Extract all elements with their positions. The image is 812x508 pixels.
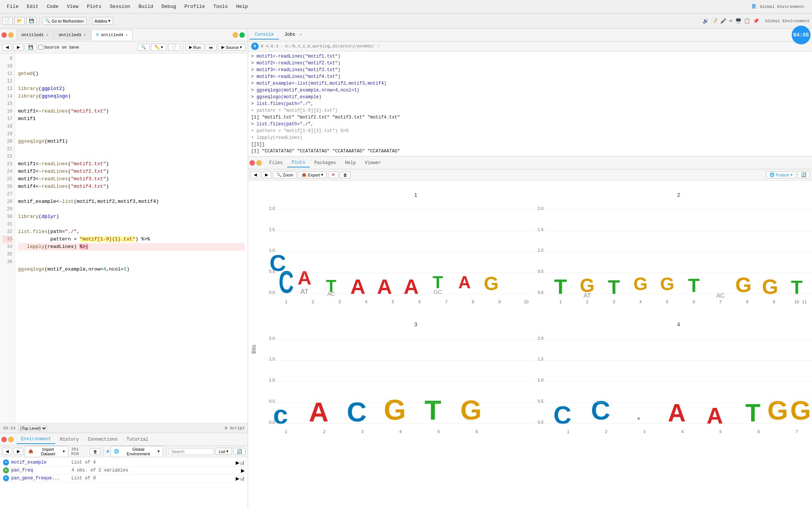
menu-plots[interactable]: Plots <box>83 2 105 11</box>
seqlogo-svg: Bits 1 2.0 1.5 1.0 0.5 0.0 1 2 3 4 5 6 <box>248 181 812 508</box>
env-var-value-2: 4 obs. of 2 variables <box>71 468 128 473</box>
tab-untitled4[interactable]: R Untitled4 ✕ <box>91 30 133 40</box>
expand-pangene-btn[interactable]: ▶ <box>236 476 239 481</box>
env-forward-btn[interactable]: ▶ <box>14 448 23 455</box>
open-file-button[interactable]: 📂 <box>14 17 25 25</box>
source-button[interactable]: ▶ Source ▾ <box>218 44 245 51</box>
run-button[interactable]: ▶ Run <box>186 44 204 51</box>
zoom-button[interactable]: 🔍 Zoom <box>273 171 297 178</box>
file-type-indicator: R Script <box>225 426 245 430</box>
publish-button[interactable]: 🌐 Publish ▾ <box>766 171 796 178</box>
find-button[interactable]: 🔍 <box>138 44 150 51</box>
delete-plot-btn[interactable]: ✕ <box>328 171 338 178</box>
viewer-tab-files[interactable]: Files <box>265 159 287 167</box>
code-area[interactable]: 9 10 11 12 13 14 15 16 17 18 19 20 21 22… <box>0 53 248 423</box>
svg-text:Bits: Bits <box>251 345 257 354</box>
window-close-btn[interactable] <box>2 32 7 38</box>
menu-help[interactable]: Help <box>232 2 251 11</box>
env-tab-tutorial[interactable]: Tutorial <box>122 435 153 444</box>
run-all-button[interactable]: ⏭ <box>206 44 217 51</box>
svg-text:2: 2 <box>323 429 326 434</box>
env-back-btn[interactable]: ◀ <box>2 448 12 455</box>
expand-panfreq-btn[interactable]: ▶ <box>241 468 245 473</box>
menu-profile[interactable]: Profile <box>181 2 209 11</box>
tab-untitled1-close[interactable]: ✕ <box>46 33 48 37</box>
viewer-min-btn[interactable] <box>256 160 262 166</box>
compile-button[interactable]: 📄 <box>168 44 180 51</box>
env-panel: Environment History Connections Tutorial… <box>0 433 248 508</box>
viewer-tab-packages[interactable]: Packages <box>310 159 341 167</box>
toolbar-sep-2 <box>89 17 89 26</box>
code-editor[interactable]: getwd() library(ggplot2) library(ggseqlo… <box>15 53 248 423</box>
line-10: getwd() <box>18 71 39 76</box>
viewer-back-btn[interactable]: ◀ <box>250 171 260 178</box>
svg-text:3: 3 <box>613 300 615 304</box>
svg-text:5: 5 <box>392 300 394 304</box>
viewer-tab-viewer[interactable]: Viewer <box>360 159 385 167</box>
env-close-btn[interactable] <box>2 437 7 442</box>
window-min-btn[interactable] <box>8 32 14 38</box>
expand-motif-btn[interactable]: ▶ <box>236 460 239 465</box>
view-motif-btn[interactable]: 📊 <box>239 460 245 465</box>
svg-text:A: A <box>707 403 723 429</box>
svg-text:0.5: 0.5 <box>538 399 543 403</box>
viewer-close-btn[interactable] <box>250 160 255 166</box>
menu-build[interactable]: Build <box>135 2 157 11</box>
editor-collapse-btn[interactable] <box>233 32 238 38</box>
list-view-button[interactable]: List ▾ <box>215 448 232 455</box>
global-env-button[interactable]: 🌐 Global Environment ▾ <box>111 446 163 457</box>
menu-session[interactable]: Session <box>106 2 134 11</box>
memory-usage: 351 MiB <box>71 447 89 456</box>
export-button[interactable]: 📤 Export ▾ <box>298 171 327 178</box>
env-tab-connections[interactable]: Connections <box>83 435 122 444</box>
tab-untitled3[interactable]: Untitled3 ✕ <box>54 30 90 40</box>
svg-text:2: 2 <box>677 192 680 198</box>
view-pangene-btn[interactable]: 📊 <box>239 476 245 481</box>
menu-edit[interactable]: Edit <box>23 2 42 11</box>
tab-untitled1[interactable]: Untitled1 ✕ <box>17 30 53 40</box>
refresh-viewer-btn[interactable]: 🔄 <box>798 171 810 178</box>
viewer-tab-help[interactable]: Help <box>341 159 361 167</box>
svg-text:6: 6 <box>476 429 478 434</box>
list-chevron: ▾ <box>226 449 229 454</box>
menu-code[interactable]: Code <box>43 2 62 11</box>
refresh-env-btn[interactable]: 🔄 <box>233 448 245 455</box>
viewer-forward-btn[interactable]: ▶ <box>262 171 271 178</box>
go-to-file-button[interactable]: 🔍 Go to file/function <box>42 17 86 25</box>
console-line-7: > ggseqlogo(motif_example) <box>251 94 809 100</box>
tab-untitled3-close[interactable]: ✕ <box>83 33 86 37</box>
svg-text:1.0: 1.0 <box>538 378 543 382</box>
editor-expand-btn[interactable] <box>239 32 245 38</box>
clear-plots-btn[interactable]: 🗑 <box>340 172 351 178</box>
clear-env-btn[interactable]: 🗑 <box>90 448 101 455</box>
line-29: library(dplyr) <box>18 214 59 219</box>
tab-untitled4-close[interactable]: ✕ <box>126 33 128 37</box>
source-on-save-checkbox[interactable] <box>38 45 43 50</box>
console-tab-jobs[interactable]: Jobs ✕ <box>279 30 307 40</box>
env-search-input[interactable] <box>169 448 214 455</box>
menu-file[interactable]: File <box>3 2 22 11</box>
forward-button[interactable]: ▶ <box>14 44 23 51</box>
menu-debug[interactable]: Debug <box>158 2 180 11</box>
import-dataset-button[interactable]: 📥 Import Dataset ▾ <box>25 446 68 457</box>
addins-button[interactable]: Addins ▾ <box>92 17 114 25</box>
scope-selector[interactable]: (Top Level) <box>18 425 47 431</box>
save-button[interactable]: 💾 <box>26 17 37 25</box>
env-tab-history[interactable]: History <box>55 435 83 444</box>
back-button[interactable]: ◀ <box>2 44 12 51</box>
console-content[interactable]: > motif1<-readLines("motif1.txt") > moti… <box>248 52 812 156</box>
svg-text:C: C <box>591 395 610 425</box>
sep <box>183 43 183 52</box>
svg-text:6: 6 <box>757 429 760 434</box>
viewer-tab-plots[interactable]: Plots <box>287 158 310 167</box>
new-file-button[interactable]: 📄 <box>2 17 13 25</box>
menu-view[interactable]: View <box>63 2 82 11</box>
open-icon: 📂 <box>17 18 22 23</box>
env-min-btn[interactable] <box>8 437 14 442</box>
console-tab-console[interactable]: Console <box>250 30 279 40</box>
code-tools-button[interactable]: ✏️ ▾ <box>151 44 167 51</box>
save-file-button[interactable]: 💾 <box>25 44 37 51</box>
env-tab-environment[interactable]: Environment <box>17 435 55 444</box>
env-tab-bar: Environment History Connections Tutorial <box>0 433 248 446</box>
menu-tools[interactable]: Tools <box>209 2 232 11</box>
